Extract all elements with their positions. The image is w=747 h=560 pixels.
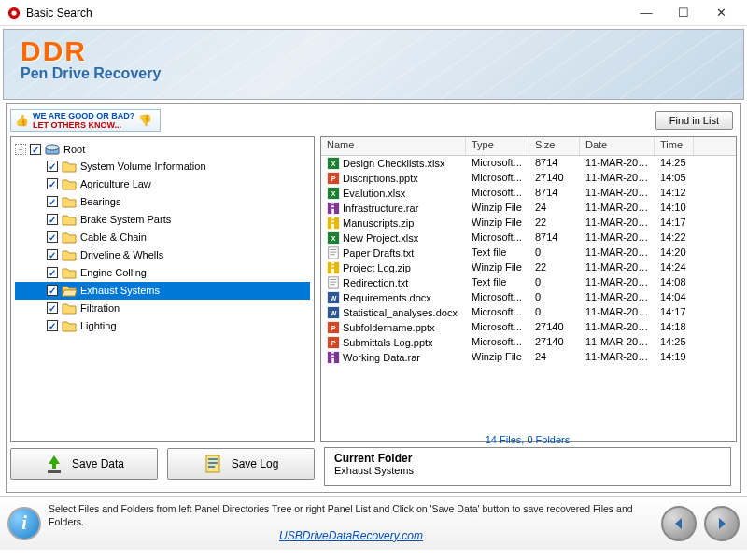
file-row[interactable]: Project Log.zipWinzip File2211-MAR-20241… bbox=[321, 260, 736, 275]
svg-text:P: P bbox=[331, 325, 336, 331]
thumbs-down-icon: 👎 bbox=[138, 116, 152, 125]
banner: DDR Pen Drive Recovery bbox=[3, 29, 744, 100]
tree-item-label: System Volume Information bbox=[80, 161, 206, 172]
file-header: Name Type Size Date Time bbox=[321, 137, 736, 156]
tree-root[interactable]: − Root bbox=[15, 141, 310, 158]
svg-rect-27 bbox=[331, 267, 334, 269]
svg-rect-20 bbox=[329, 247, 339, 259]
file-icon: X bbox=[327, 187, 340, 200]
svg-rect-26 bbox=[331, 264, 334, 266]
current-folder-box: Current Folder Exhaust Systems bbox=[324, 447, 731, 486]
save-log-button[interactable]: Save Log bbox=[167, 448, 315, 480]
tree-item[interactable]: Cable & Chain bbox=[15, 229, 310, 246]
file-row[interactable]: Working Data.rarWinzip File2411-MAR-2024… bbox=[321, 350, 736, 365]
root-label: Root bbox=[63, 144, 85, 155]
file-row[interactable]: Redirection.txtText file011-MAR-202414:0… bbox=[321, 275, 736, 290]
prev-button[interactable] bbox=[661, 506, 697, 541]
svg-rect-13 bbox=[331, 207, 334, 209]
checkbox[interactable] bbox=[30, 144, 41, 155]
tree-item[interactable]: System Volume Information bbox=[15, 158, 310, 175]
checkbox[interactable] bbox=[47, 285, 58, 296]
file-row[interactable]: PSubfoldername.pptxMicrosoft...2714011-M… bbox=[321, 320, 736, 335]
tree-item[interactable]: Agriculture Law bbox=[15, 175, 310, 193]
folder-icon bbox=[62, 195, 77, 208]
file-row[interactable]: Manuscripts.zipWinzip File2211-MAR-20241… bbox=[321, 216, 736, 231]
checkbox[interactable] bbox=[47, 161, 58, 172]
tree-item[interactable]: Driveline & Whells bbox=[15, 246, 310, 264]
svg-rect-45 bbox=[208, 458, 218, 460]
find-in-list-button[interactable]: Find in List bbox=[655, 111, 733, 130]
file-icon: P bbox=[327, 172, 340, 185]
file-row[interactable]: WStatistical_analyses.docxMicrosoft...01… bbox=[321, 305, 736, 320]
folder-icon bbox=[62, 301, 77, 315]
minimize-button[interactable]: — bbox=[627, 0, 665, 26]
file-row[interactable]: PDiscriptions.pptxMicrosoft...2714011-MA… bbox=[321, 171, 736, 186]
file-icon bbox=[327, 351, 340, 364]
next-button[interactable] bbox=[704, 506, 740, 541]
badge-line1: WE ARE GOOD OR BAD? bbox=[33, 111, 134, 120]
brand-logo: DDR bbox=[21, 35, 161, 67]
svg-rect-12 bbox=[331, 204, 334, 206]
file-icon bbox=[327, 246, 340, 259]
svg-rect-16 bbox=[331, 219, 334, 221]
file-icon: P bbox=[327, 321, 340, 334]
svg-rect-17 bbox=[331, 222, 334, 224]
maximize-button[interactable]: ☐ bbox=[665, 0, 702, 26]
file-icon bbox=[327, 202, 340, 215]
file-row[interactable]: Infrastructure.rarWinzip File2411-MAR-20… bbox=[321, 201, 736, 216]
file-icon bbox=[327, 261, 340, 274]
checkbox[interactable] bbox=[47, 267, 58, 278]
checkbox[interactable] bbox=[47, 196, 58, 207]
svg-text:W: W bbox=[331, 295, 337, 301]
file-row[interactable]: XNew Project.xlsxMicrosoft...871411-MAR-… bbox=[321, 231, 736, 245]
file-icon: P bbox=[327, 336, 340, 349]
folder-icon bbox=[62, 177, 77, 190]
svg-rect-28 bbox=[329, 277, 339, 288]
col-date[interactable]: Date bbox=[580, 137, 655, 155]
svg-text:P: P bbox=[331, 340, 336, 346]
file-row[interactable]: XEvalution.xlsxMicrosoft...871411-MAR-20… bbox=[321, 186, 736, 201]
checkbox[interactable] bbox=[47, 231, 58, 243]
file-icon: X bbox=[327, 157, 340, 170]
tree-item-label: Engine Colling bbox=[80, 267, 147, 278]
tree-item[interactable]: Exhaust Systems bbox=[15, 282, 310, 300]
col-time[interactable]: Time bbox=[655, 137, 694, 155]
tree-item-label: Exhaust Systems bbox=[80, 285, 160, 296]
folder-open-icon bbox=[62, 284, 77, 297]
checkbox[interactable] bbox=[47, 214, 58, 225]
file-body[interactable]: XDesign Checklists.xlsxMicrosoft...87141… bbox=[321, 156, 736, 441]
tree-item[interactable]: Engine Colling bbox=[15, 264, 310, 282]
folder-icon bbox=[62, 266, 77, 279]
tree-item[interactable]: Brake System Parts bbox=[15, 211, 310, 229]
save-data-icon bbox=[44, 454, 64, 474]
svg-rect-43 bbox=[331, 357, 334, 358]
bottom-bar: i Select Files and Folders from left Pan… bbox=[0, 496, 747, 550]
svg-rect-42 bbox=[331, 354, 334, 356]
col-name[interactable]: Name bbox=[321, 137, 466, 155]
checkbox[interactable] bbox=[47, 320, 58, 331]
file-row[interactable]: WRequirements.docxMicrosoft...011-MAR-20… bbox=[321, 290, 736, 305]
checkbox[interactable] bbox=[47, 302, 58, 314]
tree-item-label: Cable & Chain bbox=[80, 231, 147, 243]
collapse-icon[interactable]: − bbox=[15, 144, 26, 155]
svg-text:P: P bbox=[331, 175, 336, 182]
svg-text:W: W bbox=[331, 310, 337, 316]
current-folder-label: Current Folder bbox=[334, 452, 721, 465]
website-link[interactable]: USBDriveDataRecovery.com bbox=[49, 529, 654, 543]
tree-item[interactable]: Filtration bbox=[15, 300, 310, 317]
close-button[interactable]: ✕ bbox=[702, 0, 740, 26]
file-row[interactable]: PSubmittals Log.pptxMicrosoft...2714011-… bbox=[321, 335, 736, 350]
file-row[interactable]: Paper Drafts.txtText file011-MAR-202414:… bbox=[321, 245, 736, 260]
svg-rect-46 bbox=[208, 462, 218, 464]
checkbox[interactable] bbox=[47, 178, 58, 189]
tree-item[interactable]: Bearings bbox=[15, 193, 310, 211]
col-type[interactable]: Type bbox=[466, 137, 529, 155]
checkbox[interactable] bbox=[47, 249, 58, 260]
tree-item[interactable]: Lighting bbox=[15, 317, 310, 335]
file-icon bbox=[327, 217, 340, 230]
save-data-button[interactable]: Save Data bbox=[10, 448, 158, 480]
feedback-badge[interactable]: 👍 WE ARE GOOD OR BAD? LET OTHERS KNOW...… bbox=[10, 109, 161, 132]
col-size[interactable]: Size bbox=[529, 137, 580, 155]
folder-tree[interactable]: − Root System Volume InformationAgricult… bbox=[10, 136, 315, 442]
file-row[interactable]: XDesign Checklists.xlsxMicrosoft...87141… bbox=[321, 156, 736, 171]
